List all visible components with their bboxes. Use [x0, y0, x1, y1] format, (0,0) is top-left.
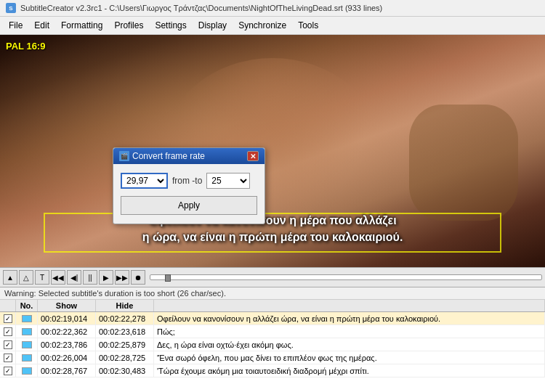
from-to-label: from -to [172, 176, 202, 186]
table-body: ✓ 00:02:19,014 00:02:22,278 Οφείλουν να … [0, 312, 545, 377]
color-swatch-1 [22, 315, 32, 322]
row-show-3: 00:02:23,786 [38, 338, 96, 351]
row-hide-3: 00:02:25,879 [96, 338, 154, 351]
row-show-1: 00:02:19,014 [38, 312, 96, 324]
table-row[interactable]: ✓ 00:02:23,786 00:02:25,879 Δες, η ώρα ε… [0, 338, 545, 351]
record-button[interactable]: ⏺ [131, 270, 145, 285]
menu-settings[interactable]: Settings [149, 18, 192, 33]
header-text [154, 300, 545, 311]
menu-file[interactable]: File [3, 18, 28, 33]
next-chapter-button[interactable]: ▶▶ [115, 270, 129, 285]
close-dialog-button[interactable]: ✕ [247, 151, 259, 161]
color-swatch-4 [22, 354, 32, 362]
text-button[interactable]: T [35, 270, 49, 285]
header-hide: Hide [96, 300, 154, 311]
row-show-5: 00:02:28,767 [38, 364, 96, 377]
dialog-body: 29,97 23,976 25 30 from -to 25 23,976 29… [113, 164, 265, 224]
row-text-2: Πώς; [154, 325, 545, 338]
color-swatch-2 [22, 328, 32, 335]
to-fps-select[interactable]: 25 23,976 29,97 30 [206, 173, 250, 189]
pause-button[interactable]: || [83, 270, 97, 285]
row-checkbox[interactable]: ✓ [0, 312, 16, 324]
row-hide-1: 00:02:22,278 [96, 312, 154, 324]
convert-frame-rate-dialog: 🎬 Convert frame rate ✕ 29,97 23,976 25 3… [113, 147, 265, 224]
row-checkbox[interactable]: ✓ [0, 364, 16, 377]
prev-chapter-button[interactable]: ◀◀ [51, 270, 65, 285]
row-color [16, 364, 38, 377]
row-text-1: Οφείλουν να κανονίσουν η αλλάζει ώρα, να… [154, 312, 545, 324]
eject-button[interactable]: ▲ [3, 270, 17, 285]
row-show-4: 00:02:26,004 [38, 351, 96, 364]
checkbox-3[interactable]: ✓ [4, 340, 12, 349]
warning-bar: Warning: Selected subtitle's duration is… [0, 287, 545, 300]
checkbox-2[interactable]: ✓ [4, 327, 12, 336]
title-text: SubtitleCreator v2.3rc1 - C:\Users\Γιωργ… [20, 4, 382, 12]
progress-bar[interactable] [150, 274, 542, 280]
dialog-controls-row: 29,97 23,976 25 30 from -to 25 23,976 29… [121, 173, 257, 189]
menu-profiles[interactable]: Profiles [108, 18, 149, 33]
titlebar: S SubtitleCreator v2.3rc1 - C:\Users\Γιω… [0, 0, 545, 17]
table-row[interactable]: ✓ 00:02:22,362 00:02:23,618 Πώς; [0, 325, 545, 338]
header-show: Show [38, 300, 96, 311]
row-color [16, 338, 38, 351]
bottom-section: Warning: Selected subtitle's duration is… [0, 287, 545, 392]
row-hide-4: 00:02:28,725 [96, 351, 154, 364]
table-row[interactable]: ✓ 00:02:28,767 00:02:30,483 'Τώρα έχουμε… [0, 364, 545, 377]
menu-synchronize[interactable]: Synchronize [233, 18, 292, 33]
checkbox-1[interactable]: ✓ [4, 314, 12, 323]
progress-indicator [165, 274, 171, 282]
from-fps-select[interactable]: 29,97 23,976 25 30 [121, 173, 168, 189]
header-no: No. [16, 300, 38, 311]
row-color [16, 312, 38, 324]
open-button[interactable]: △ [19, 270, 33, 285]
dialog-titlebar: 🎬 Convert frame rate ✕ [113, 148, 265, 164]
row-show-2: 00:02:22,362 [38, 325, 96, 338]
dialog-title: Convert frame rate [132, 151, 205, 161]
menubar: File Edit Formatting Profiles Settings D… [0, 17, 545, 35]
row-text-3: Δες, η ώρα είναι οχτώ·έχει ακόμη φως. [154, 338, 545, 351]
header-checkbox [0, 300, 16, 311]
row-text-4: 'Ένα σωρό όφελη, που μας δίνει το επιπλέ… [154, 351, 545, 364]
menu-edit[interactable]: Edit [28, 18, 55, 33]
subtitle-table: No. Show Hide ✓ 00:02:19,014 00:02:22,27… [0, 300, 545, 392]
apply-button[interactable]: Apply [121, 196, 257, 215]
row-checkbox[interactable]: ✓ [0, 351, 16, 364]
app-icon: S [6, 3, 16, 13]
dialog-icon: 🎬 [119, 151, 129, 161]
color-swatch-5 [22, 367, 32, 375]
subtitle-line2: η ώρα, να είναι η πρώτη μέρα του καλοκαι… [142, 229, 403, 245]
table-row[interactable]: ✓ 00:02:26,004 00:02:28,725 'Ένα σωρό όφ… [0, 351, 545, 364]
controls-bar: ▲ △ T ◀◀ ◀| || ▶ ▶▶ ⏺ [0, 267, 545, 287]
video-area: PAL 16:9 Οφείλουν να κανονίσουν η μέρα π… [0, 35, 545, 267]
table-header: No. Show Hide [0, 300, 545, 312]
row-hide-5: 00:02:30,483 [96, 364, 154, 377]
row-checkbox[interactable]: ✓ [0, 325, 16, 338]
play-button[interactable]: ▶ [99, 270, 113, 285]
checkbox-4[interactable]: ✓ [4, 354, 12, 362]
row-hide-2: 00:02:23,618 [96, 325, 154, 338]
row-checkbox[interactable]: ✓ [0, 338, 16, 351]
menu-tools[interactable]: Tools [292, 18, 324, 33]
pal-label: PAL 16:9 [6, 41, 45, 52]
checkbox-5[interactable]: ✓ [4, 367, 12, 375]
row-color [16, 351, 38, 364]
color-swatch-3 [22, 341, 32, 348]
menu-display[interactable]: Display [193, 18, 233, 33]
step-back-button[interactable]: ◀| [67, 270, 81, 285]
menu-formatting[interactable]: Formatting [55, 18, 108, 33]
row-text-5: 'Τώρα έχουμε ακόμη μια τοιαυτοειδική δια… [154, 364, 545, 377]
warning-text: Warning: Selected subtitle's duration is… [4, 289, 226, 298]
row-color [16, 325, 38, 338]
table-row[interactable]: ✓ 00:02:19,014 00:02:22,278 Οφείλουν να … [0, 312, 545, 325]
